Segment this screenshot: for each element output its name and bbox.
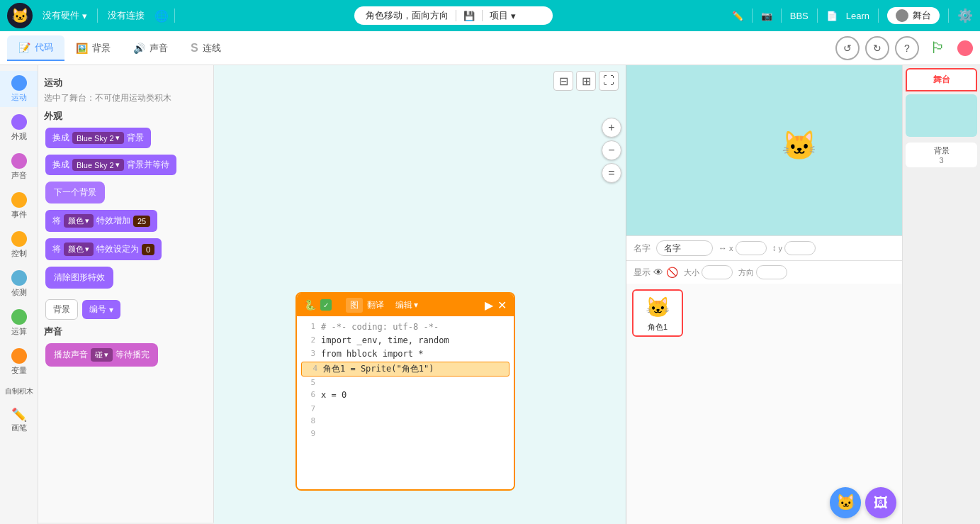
block-effect-add[interactable]: 将 颜色 ▾ 特效增加 25 (45, 210, 157, 232)
sidebar-item-sound[interactable]: 声音 (0, 149, 38, 185)
block-effect-set[interactable]: 将 颜色 ▾ 特效设定为 0 (45, 238, 162, 260)
zoom-out-button[interactable]: − (602, 140, 621, 160)
sprite-item-1[interactable]: 🐱 角色1 (632, 289, 683, 337)
translate-icon[interactable]: 图 (346, 298, 363, 313)
zoom-reset-button[interactable]: = (602, 163, 621, 183)
block-switch-bg[interactable]: 换成 Blue Sky 2 ▾ 背景 (45, 128, 151, 148)
settings-icon[interactable]: ⚙️ (957, 8, 973, 23)
tab-code[interactable]: 📝 代码 (7, 35, 64, 61)
pencil-icon: ✏️ (11, 407, 27, 423)
x-input[interactable] (736, 241, 767, 255)
translate-button[interactable]: 翻译 (367, 299, 384, 311)
block-color-dropdown-1[interactable]: 颜色 ▾ (64, 214, 94, 228)
split-v-button[interactable]: ⊟ (553, 71, 573, 91)
block-row-4: 将 颜色 ▾ 特效增加 25 (44, 208, 208, 234)
code-line-5: 5 (301, 377, 509, 389)
bg-edit-button[interactable]: 编号 ▾ (82, 300, 120, 319)
python-check-icon[interactable]: ✓ (320, 299, 332, 311)
learn-icon: 📄 (826, 11, 838, 21)
bg-count: 3 (908, 156, 974, 165)
sprite-item-img-1: 🐱 (641, 294, 675, 320)
connection-status[interactable]: 没有连接 (103, 9, 149, 22)
sidebar-item-math[interactable]: 运算 (0, 305, 38, 341)
globe-icon[interactable]: 🌐 (154, 9, 169, 23)
redo-button[interactable]: ↻ (865, 36, 889, 60)
looks-label: 外观 (11, 131, 27, 142)
dir-input[interactable] (756, 265, 787, 279)
stage-controls: 名字 ↔ x ↕ y (626, 235, 902, 260)
edit-button[interactable]: 编辑 ▾ (395, 299, 418, 311)
block-bg-dropdown-1[interactable]: Blue Sky 2 ▾ (72, 132, 124, 144)
detect-dot (11, 270, 27, 286)
sidebar-item-detect[interactable]: 侦测 (0, 266, 38, 302)
toolbar-right: ↺ ↻ ? 🏳 (835, 35, 973, 62)
hide-eye-button[interactable]: 🚫 (666, 267, 678, 278)
tab-background[interactable]: 🖼️ 背景 (64, 36, 122, 60)
add-bg-btn[interactable]: 🖼 (865, 487, 896, 518)
block-next-bg[interactable]: 下一个背景 (45, 182, 105, 204)
show-label: 显示 (633, 267, 650, 279)
code-line-1: 1 # -*- coding: utf-8 -*- (301, 320, 509, 334)
logo-icon: 🐱 (11, 7, 29, 24)
dir-group: 方向 (738, 265, 787, 279)
split-h-button[interactable]: ⊞ (576, 71, 596, 91)
sidebar-item-looks[interactable]: 外观 (0, 110, 38, 146)
control-label: 控制 (11, 248, 27, 259)
edit-icon[interactable]: ✏️ (732, 11, 743, 21)
stage-button[interactable]: 舞台 (887, 7, 940, 24)
add-sprite-icon: 🐱 (836, 494, 855, 512)
help-button[interactable]: ? (895, 36, 919, 60)
go-button[interactable]: 🏳 (925, 35, 952, 62)
tab-sound[interactable]: 🔊 声音 (122, 36, 179, 60)
bg-tab-icon: 🖼️ (76, 43, 88, 54)
sound-dropdown[interactable]: 碰 ▾ (91, 348, 113, 362)
event-label: 事件 (11, 209, 27, 220)
stage-tab[interactable]: 舞台 (906, 68, 977, 91)
bbs-link[interactable]: BBS (790, 11, 809, 21)
nav-divider-2 (174, 9, 175, 23)
sidebar-item-var[interactable]: 变量 (0, 344, 38, 380)
code-line-3: 3 from hblock import * (301, 347, 509, 361)
project-menu[interactable]: 💾 (463, 11, 475, 21)
fullscreen-button[interactable]: ⛶ (599, 71, 619, 91)
sidebar-item-pencil[interactable]: ✏️ 画笔 (0, 403, 38, 437)
block-bg-dropdown-2[interactable]: Blue Sky 2 ▾ (72, 159, 124, 171)
add-sprite-btn[interactable]: 🐱 (830, 487, 861, 518)
python-panel: 🐍 ✓ 图 翻译 编辑 ▾ ▶ ✕ 1 # -*- coding: utf-8 … (295, 292, 515, 491)
code-line-8: 8 (301, 415, 509, 428)
sidebar-item-motion[interactable]: 运动 (0, 71, 38, 107)
y-input[interactable] (784, 241, 816, 255)
layout-controls: ⊟ ⊞ ⛶ (553, 71, 619, 91)
tab-bg-label: 背景 (92, 42, 111, 55)
bg-tab[interactable]: 背景 3 (906, 143, 977, 167)
sidebar-item-control[interactable]: 控制 (0, 227, 38, 263)
sidebar-item-custom[interactable]: 自制积木 (0, 383, 38, 400)
learn-link[interactable]: Learn (846, 11, 869, 21)
sprite-name-input[interactable] (656, 240, 713, 256)
tab-connect[interactable]: S 连线 (179, 36, 232, 60)
code-line-2: 2 import _env, time, random (301, 334, 509, 347)
block-effect-value-2[interactable]: 0 (142, 244, 154, 255)
hardware-menu[interactable]: 没有硬件 ▾ (38, 9, 91, 22)
block-color-dropdown-2[interactable]: 颜色 ▾ (64, 243, 94, 256)
nav-divider-3 (752, 9, 753, 23)
stop-button[interactable] (957, 40, 973, 56)
block-effect-value-1[interactable]: 25 (133, 216, 150, 227)
looks-dot (11, 114, 27, 130)
sprite-item-label-1: 角色1 (648, 322, 668, 333)
undo-button[interactable]: ↺ (835, 36, 860, 60)
block-play-sound[interactable]: 播放声音 碰 ▾ 等待播完 (45, 343, 158, 367)
close-button[interactable]: ✕ (497, 299, 507, 312)
block-row-2: 换成 Blue Sky 2 ▾ 背景并等待 (44, 152, 208, 177)
add-bg-icon: 🖼 (874, 495, 888, 511)
show-eye-button[interactable]: 👁 (653, 267, 663, 278)
zoom-in-button[interactable]: + (602, 118, 621, 138)
run-button[interactable]: ▶ (485, 299, 493, 312)
camera-icon[interactable]: 📷 (761, 11, 772, 21)
size-input[interactable] (702, 265, 733, 279)
block-switch-bg-wait[interactable]: 换成 Blue Sky 2 ▾ 背景并等待 (45, 155, 176, 175)
project-dropdown[interactable]: 项目 ▾ (490, 9, 516, 22)
sidebar-item-event[interactable]: 事件 (0, 188, 38, 224)
block-clear-effect[interactable]: 清除图形特效 (45, 267, 113, 289)
bg-tab-label: 背景 (908, 145, 974, 156)
